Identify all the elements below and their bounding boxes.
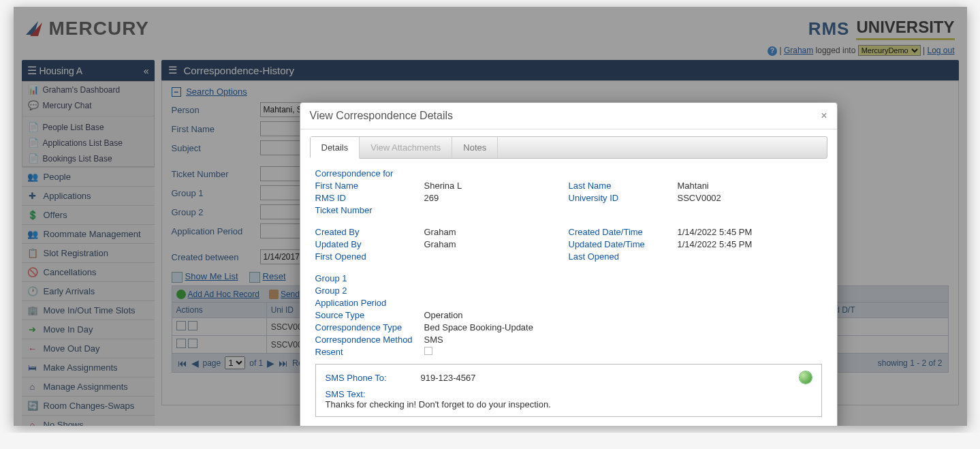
modal-tabs: Details View Attachments Notes <box>310 136 827 159</box>
updated-dt-label: Updated Date/Time <box>569 239 678 249</box>
sms-text-value: Thanks for checking in! Don't forget to … <box>326 399 812 409</box>
sms-box: SMS Phone To: 919-123-4567 SMS Text: Tha… <box>315 364 822 417</box>
created-by-label: Created By <box>315 227 424 237</box>
sms-text-label: SMS Text: <box>326 389 366 399</box>
univ-id-value: SSCV0002 <box>678 193 721 203</box>
resent-label: Resent <box>315 347 424 357</box>
app-period-label: Application Period <box>315 298 424 308</box>
modal-title: View Correspondence Details <box>310 110 453 122</box>
view-correspondence-modal: View Correspondence Details × Details Vi… <box>300 102 838 426</box>
rms-id-label: RMS ID <box>315 193 424 203</box>
last-name-label: Last Name <box>569 181 678 191</box>
tab-details[interactable]: Details <box>311 137 360 159</box>
correspondence-for-label: Correspondence for <box>315 168 424 179</box>
ticket-label: Ticket Number <box>315 205 424 215</box>
created-by-value: Graham <box>424 227 456 237</box>
last-opened-label: Last Opened <box>569 251 678 262</box>
created-dt-label: Created Date/Time <box>569 227 678 237</box>
group2-label: Group 2 <box>315 285 424 296</box>
first-name-value: Sherina L <box>424 181 462 191</box>
sms-to-value: 919-123-4567 <box>421 373 476 383</box>
created-dt-value: 1/14/2022 5:45 PM <box>678 227 753 237</box>
updated-by-value: Graham <box>424 239 456 249</box>
resent-checkbox[interactable] <box>424 347 432 355</box>
group1-label: Group 1 <box>315 273 424 283</box>
tab-notes[interactable]: Notes <box>452 137 498 158</box>
updated-dt-value: 1/14/2022 5:45 PM <box>678 239 753 249</box>
univ-id-label: University ID <box>569 193 678 203</box>
corr-type-label: Correspondence Type <box>315 322 424 332</box>
source-type-label: Source Type <box>315 310 424 320</box>
corr-type-value: Bed Space Booking-Update <box>424 322 533 332</box>
sms-to-label: SMS Phone To: <box>326 373 421 383</box>
first-opened-label: First Opened <box>315 251 424 262</box>
last-name-value: Mahtani <box>678 181 709 191</box>
rms-id-value: 269 <box>424 193 439 203</box>
updated-by-label: Updated By <box>315 239 424 249</box>
tab-attachments[interactable]: View Attachments <box>360 137 452 158</box>
corr-method-label: Correspondence Method <box>315 335 424 345</box>
corr-method-value: SMS <box>424 335 443 345</box>
close-icon[interactable]: × <box>821 110 827 122</box>
globe-icon[interactable] <box>800 371 812 384</box>
first-name-label: First Name <box>315 181 424 191</box>
source-type-value: Operation <box>424 310 463 320</box>
